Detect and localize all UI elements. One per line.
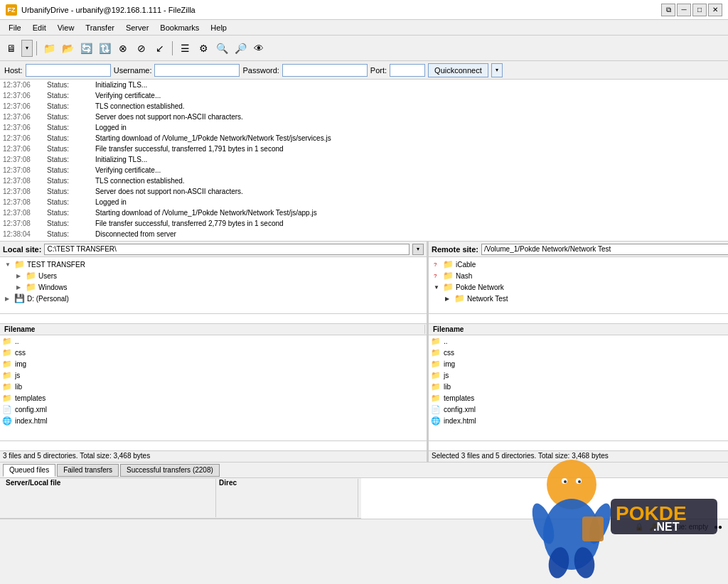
folder-icon: 📁: [443, 271, 454, 281]
file-name: ..: [444, 337, 728, 345]
local-tree-item[interactable]: ▶📁 Windows: [1, 281, 425, 293]
remote-tree-item[interactable]: ▶📁 Network Test: [430, 293, 728, 304]
remote-file-row[interactable]: 🌐index.html1,297Chrome H: [429, 415, 728, 426]
local-tree-item[interactable]: ▼📁 TEST TRANSFER: [1, 259, 425, 270]
file-icon-cell: 📁: [1, 336, 13, 346]
toolbar-search2[interactable]: 🔎: [232, 40, 249, 57]
local-file-row[interactable]: 📁lib: [0, 381, 427, 392]
menu-help[interactable]: Help: [205, 22, 232, 33]
host-input[interactable]: [26, 64, 111, 77]
local-file-row[interactable]: 📁css: [0, 347, 427, 358]
tree-item-label: D: (Personal): [27, 295, 69, 303]
password-input[interactable]: [282, 64, 368, 77]
toolbar-reconnect[interactable]: 📁: [41, 40, 58, 57]
remote-file-row[interactable]: 📁imgFile folder: [429, 358, 728, 369]
remote-file-hscroll[interactable]: [429, 440, 728, 450]
remote-tree-item[interactable]: ?📁 Nash: [430, 270, 728, 281]
remote-file-row[interactable]: 📁templatesFile folder: [429, 392, 728, 404]
remote-file-row[interactable]: 📁libFile folder: [429, 381, 728, 392]
quickconnect-button[interactable]: Quickconnect: [428, 63, 488, 77]
toolbar-stop[interactable]: 🔃: [96, 40, 113, 57]
remote-tree[interactable]: ?📁 iCable?📁 Nash▼📁 Pokde Network▶📁 Netwo…: [429, 257, 728, 314]
file-name: lib: [444, 383, 728, 391]
quickconnect-dropdown[interactable]: ▾: [491, 63, 503, 77]
transfer-col-direction: Direc: [216, 479, 358, 517]
toolbar-sitemanager[interactable]: 🖥: [3, 40, 20, 57]
toolbar-x2[interactable]: ⊘: [133, 40, 150, 57]
file-icon-cell: 📁: [1, 347, 13, 357]
toolbar-x3[interactable]: ↙: [151, 40, 168, 57]
remote-col-filename: Filename: [430, 325, 728, 334]
log-row: 12:37:08Status:Server does not support n…: [3, 186, 725, 197]
log-row: 12:37:08Status:TLS connection establishe…: [3, 175, 725, 186]
local-file-row[interactable]: 🌐index.html: [0, 415, 427, 426]
local-file-row[interactable]: 📁img: [0, 358, 427, 369]
local-file-row[interactable]: 📁js: [0, 369, 427, 381]
log-type: Status:: [47, 207, 90, 218]
log-msg: File transfer successful, transferred 2,…: [95, 218, 284, 229]
toolbar-x1[interactable]: ⊗: [114, 40, 132, 57]
transfer-tab[interactable]: Queued files: [3, 464, 55, 477]
file-icon-cell: 📁: [430, 393, 441, 403]
log-type: Status:: [47, 229, 90, 239]
menu-bookmarks[interactable]: Bookmarks: [154, 22, 205, 33]
remote-tree-hscroll[interactable]: [429, 314, 728, 324]
log-row: 12:37:08Status:Initializing TLS...: [3, 154, 725, 165]
local-path-dropdown[interactable]: ▾: [412, 244, 424, 255]
transfer-tab[interactable]: Failed transfers: [57, 464, 119, 477]
remote-file-row[interactable]: 📁jsFile folder: [429, 369, 728, 381]
menu-file[interactable]: File: [3, 22, 27, 33]
local-tree-hscroll[interactable]: [0, 314, 427, 324]
remote-file-list[interactable]: 📁..📁cssFile folder📁imgFile folder📁jsFile…: [429, 335, 728, 440]
toolbar-sync[interactable]: ⚙: [195, 40, 212, 57]
local-file-list[interactable]: 📁..📁css📁img📁js📁lib📁templates📄config.xml🌐…: [0, 335, 427, 440]
file-icon-cell: 📁: [1, 370, 13, 380]
remote-file-row[interactable]: 📁..: [429, 335, 728, 347]
minimize-button[interactable]: ─: [677, 4, 691, 16]
port-input[interactable]: [390, 64, 425, 77]
log-type: Status:: [47, 218, 90, 229]
transfer-tab[interactable]: Successful transfers (2208): [120, 464, 220, 477]
local-tree-item[interactable]: ▶💾 D: (Personal): [1, 293, 425, 304]
folder-icon: 📁: [431, 337, 441, 346]
remote-tree-item[interactable]: ▼📁 Pokde Network: [430, 281, 728, 293]
menu-server[interactable]: Server: [120, 22, 154, 33]
toolbar-filter[interactable]: ☰: [176, 40, 193, 57]
remote-file-row[interactable]: 📄config.xml829XML Docu: [429, 404, 728, 415]
remote-tree-item[interactable]: ?📁 iCable: [430, 259, 728, 270]
log-panel[interactable]: 12:37:04Status:File transfer successful,…: [0, 80, 728, 242]
close-button[interactable]: ✕: [708, 4, 722, 16]
toolbar-search1[interactable]: 🔍: [213, 40, 230, 57]
toolbar-cancel[interactable]: 🔄: [77, 40, 95, 57]
maximize-button[interactable]: □: [692, 4, 707, 16]
file-name: templates: [15, 394, 425, 402]
log-msg: Initializing TLS...: [95, 154, 147, 165]
menu-view[interactable]: View: [52, 22, 80, 33]
remote-path-input[interactable]: [481, 244, 728, 255]
port-label: Port:: [370, 66, 387, 75]
username-input[interactable]: [154, 64, 240, 77]
titlebar-controls: ⧉ ─ □ ✕: [661, 4, 722, 16]
log-type: Status:: [47, 122, 90, 133]
toolbar-disconnect[interactable]: 📂: [59, 40, 76, 57]
status-indicator: ●●: [714, 523, 722, 531]
local-tree[interactable]: ▼📁 TEST TRANSFER▶📁 Users▶📁 Windows▶💾 D: …: [0, 257, 427, 314]
log-row: 12:37:08Status:Verifying certificate...: [3, 165, 725, 175]
local-tree-item[interactable]: ▶📁 Users: [1, 270, 425, 281]
toolbar-search3[interactable]: 👁: [250, 40, 267, 57]
log-time: 12:37:06: [3, 133, 41, 144]
tree-item-label: iCable: [456, 261, 476, 269]
folder-icon: 📁: [14, 259, 25, 269]
menu-edit[interactable]: Edit: [27, 22, 52, 33]
local-file-row[interactable]: 📄config.xml: [0, 404, 427, 415]
menu-transfer[interactable]: Transfer: [80, 22, 120, 33]
local-path-input[interactable]: [44, 244, 410, 255]
toolbar-sitemanager-dropdown[interactable]: ▾: [21, 40, 33, 57]
local-file-hscroll[interactable]: [0, 440, 427, 450]
remote-file-row[interactable]: 📁cssFile folder: [429, 347, 728, 358]
local-file-row[interactable]: 📁templates: [0, 392, 427, 404]
remote-status: Selected 3 files and 5 directories. Tota…: [429, 450, 728, 462]
log-row: 12:37:06Status:Logged in: [3, 122, 725, 133]
extra-button[interactable]: ⧉: [661, 4, 675, 16]
local-file-row[interactable]: 📁..: [0, 335, 427, 347]
